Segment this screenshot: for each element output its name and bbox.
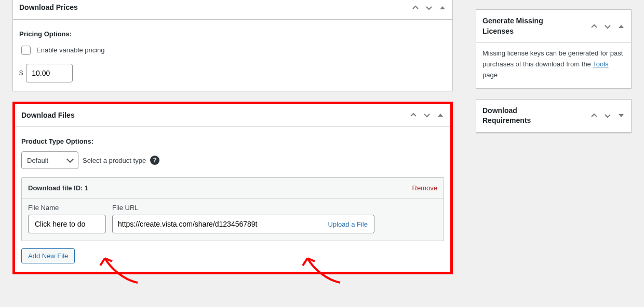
upload-file-button[interactable]: Upload a File [321,220,374,228]
move-up-button[interactable] [587,20,601,33]
file-name-label: File Name [28,204,106,212]
panel-body: Pricing Options: Enable variable pricing… [13,20,452,91]
panel-header: Download Prices [13,0,452,20]
file-name-field: File Name [28,204,106,233]
panel-header: Download Files [15,104,450,128]
product-type-select[interactable]: Default [21,151,78,169]
panel-title: Download Prices [13,0,84,19]
panel-title: Download Files [15,104,81,127]
price-input[interactable] [26,64,73,82]
move-up-button[interactable] [587,109,601,122]
move-down-button[interactable] [422,1,436,15]
variable-pricing-label: Enable variable pricing [36,46,105,54]
help-icon[interactable]: ? [150,156,159,165]
add-new-file-button[interactable]: Add New File [21,248,75,263]
variable-pricing-checkbox[interactable] [21,46,31,55]
download-file-box: Download file ID: 1 Remove File Name Fi [21,177,444,241]
file-box-fields: File Name File URL Upload a File [22,199,444,241]
panel-actions [407,108,450,122]
file-name-input[interactable] [34,219,100,229]
product-type-options-label: Product Type Options: [21,137,444,145]
download-prices-panel: Download Prices Pricing Options: [12,0,453,91]
move-up-button[interactable] [407,108,420,122]
toggle-panel-button[interactable] [614,109,628,122]
move-up-button[interactable] [409,1,422,15]
move-down-button[interactable] [420,108,434,122]
variable-pricing-row: Enable variable pricing [19,44,446,57]
download-requirements-panel: Download Requirements [476,99,632,133]
file-id-label: Download file ID: 1 [28,184,88,192]
file-url-label: File URL [112,204,374,212]
product-type-hint: Select a product type [83,157,146,164]
toggle-panel-button[interactable] [436,1,449,15]
remove-file-button[interactable]: Remove [412,184,437,192]
product-type-row: Default Select a product type ? [21,151,444,169]
move-down-button[interactable] [601,109,614,122]
file-url-input[interactable] [113,215,321,233]
panel-title: Generate Missing Licenses [476,10,559,43]
toggle-panel-button[interactable] [434,108,447,122]
file-url-field: File URL Upload a File [112,204,374,233]
product-type-selected: Default [27,157,48,164]
generate-licenses-panel: Generate Missing Licenses Missing licens… [476,9,632,89]
move-down-button[interactable] [601,20,614,33]
download-files-panel: Download Files Product Type Options: [12,102,453,275]
panel-body: Product Type Options: Default Select a p… [15,127,450,272]
panel-title: Download Requirements [476,100,559,132]
price-row: $ [19,64,446,82]
panel-actions [409,1,452,15]
toggle-panel-button[interactable] [614,20,628,33]
generate-licenses-text: Missing license keys can be generated fo… [476,43,631,88]
file-box-header: Download file ID: 1 Remove [22,178,444,199]
pricing-options-label: Pricing Options: [19,30,446,38]
tools-link[interactable]: Tools [593,60,608,68]
currency-symbol: $ [19,69,23,77]
